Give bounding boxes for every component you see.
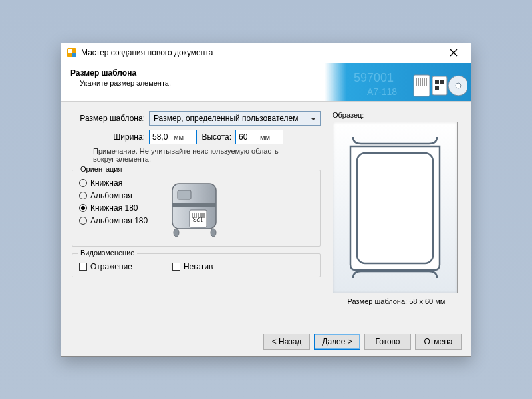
orientation-portrait[interactable]: Книжная — [79, 178, 148, 188]
orientation-legend: Ориентация — [78, 165, 124, 173]
orientation-landscape-180[interactable]: Альбомная 180 — [79, 216, 148, 225]
template-size-label: Размер шаблона: — [72, 114, 149, 123]
effects-legend: Видоизменение — [78, 249, 137, 257]
svg-rect-19 — [172, 203, 216, 207]
height-field-wrap: мм — [235, 130, 283, 144]
height-input[interactable] — [236, 130, 260, 144]
template-size-value: Размер, определенный пользователем — [154, 114, 298, 123]
wizard-dialog: Мастер создания нового документа Размер … — [61, 43, 471, 357]
svg-rect-32 — [357, 153, 433, 263]
form-column: Размер шаблона: Размер, определенный пол… — [72, 111, 321, 319]
preview-caption: Размер шаблона: 58 x 60 мм — [332, 297, 460, 305]
wizard-header-text: Размер шаблона Укажите размер элемента. — [61, 63, 325, 101]
orientation-radios: Книжная Альбомная Книжная 180 Альбомная … — [79, 177, 148, 241]
page-title: Размер шаблона — [70, 68, 315, 78]
orientation-portrait-180[interactable]: Книжная 180 — [79, 203, 148, 213]
sample-label: Образец: — [332, 111, 460, 119]
width-label: Ширина: — [72, 132, 149, 142]
svg-rect-15 — [435, 86, 439, 90]
printer-illustration: 123 — [158, 177, 231, 241]
svg-rect-12 — [432, 76, 447, 95]
svg-point-17 — [456, 83, 461, 88]
wizard-header-graphic: 597001 A7-118 — [325, 63, 471, 101]
close-button[interactable] — [440, 45, 467, 61]
svg-point-31 — [211, 229, 216, 237]
svg-rect-14 — [440, 80, 444, 84]
width-input[interactable] — [150, 130, 174, 144]
svg-point-30 — [174, 229, 179, 237]
width-field-wrap: мм — [149, 130, 197, 144]
height-label: Высота: — [197, 132, 235, 142]
svg-rect-29 — [178, 190, 191, 200]
svg-rect-2 — [72, 53, 76, 57]
orientation-group: Ориентация Книжная Альбомная Книжная 180… — [72, 170, 321, 247]
template-preview — [332, 122, 458, 293]
effects-group: Видоизменение Отражение Негатив — [72, 253, 321, 277]
app-icon — [66, 47, 77, 58]
finish-button[interactable]: Готово — [364, 334, 411, 350]
page-subtitle: Укажите размер элемента. — [70, 79, 315, 87]
wizard-body: Размер шаблона: Размер, определенный пол… — [61, 102, 471, 327]
width-unit: мм — [174, 133, 186, 141]
negative-checkbox[interactable]: Негатив — [172, 262, 213, 271]
svg-rect-1 — [68, 49, 72, 53]
height-unit: мм — [260, 133, 273, 141]
svg-rect-13 — [435, 80, 439, 84]
back-button[interactable]: < Назад — [263, 334, 310, 350]
size-note: Примечание. Не учитывайте неиспользуемую… — [93, 147, 299, 163]
mirror-checkbox[interactable]: Отражение — [79, 262, 132, 271]
wizard-footer: < Назад Далее > Готово Отмена — [61, 327, 471, 356]
title-bar: Мастер создания нового документа — [61, 43, 471, 63]
svg-text:A7-118: A7-118 — [367, 86, 397, 97]
window-title: Мастер создания нового документа — [81, 48, 440, 57]
preview-column: Образец: Размер шаблона: 58 x 60 мм — [332, 111, 460, 319]
orientation-landscape[interactable]: Альбомная — [79, 191, 148, 200]
wizard-header: Размер шаблона Укажите размер элемента. … — [61, 63, 471, 102]
next-button[interactable]: Далее > — [314, 334, 360, 350]
template-size-select[interactable]: Размер, определенный пользователем — [149, 111, 321, 126]
svg-text:597001: 597001 — [354, 71, 394, 84]
cancel-button[interactable]: Отмена — [415, 334, 462, 350]
